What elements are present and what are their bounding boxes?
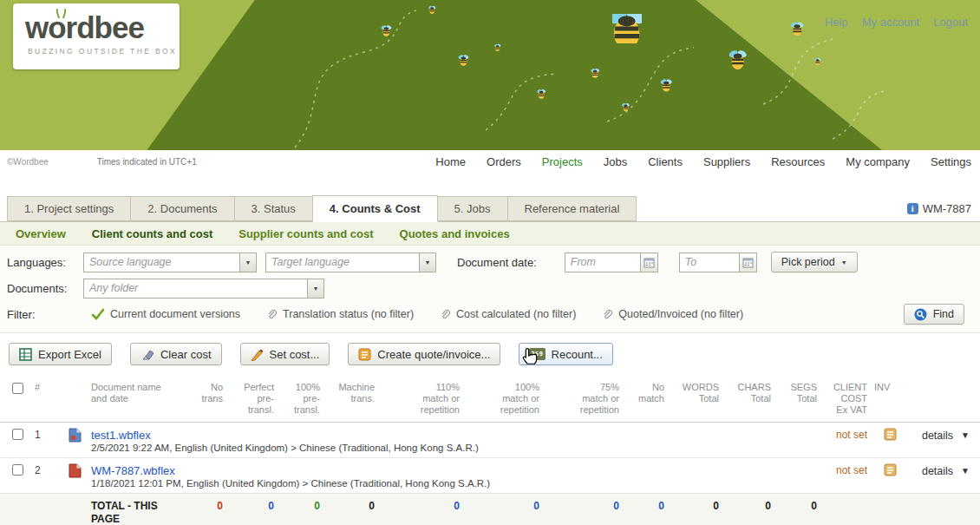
row-checkbox[interactable]: [12, 429, 23, 440]
filter-translation-status[interactable]: Translation status (no filter): [266, 308, 414, 321]
target-language-dropdown-button[interactable]: ▼: [420, 253, 436, 272]
document-link[interactable]: test1.wbflex: [91, 429, 151, 442]
date-from-input[interactable]: [565, 253, 641, 272]
my-account-link[interactable]: My account: [862, 16, 919, 29]
subtab-overview[interactable]: Overview: [16, 227, 66, 240]
set-cost-button[interactable]: Set cost...: [240, 343, 330, 365]
info-icon[interactable]: i: [907, 203, 918, 214]
total-words: 0: [670, 500, 724, 525]
recount-button[interactable]: 359 Recount...: [519, 343, 612, 365]
date-from-group: [565, 253, 658, 272]
details-button[interactable]: details: [922, 430, 953, 442]
total-75-match: 0: [545, 500, 624, 525]
nav-item-jobs[interactable]: Jobs: [604, 155, 627, 168]
filter-row-filters: Filter: Current document versions Transl…: [0, 301, 980, 327]
col-header-machine-trans: Machine trans.: [325, 382, 380, 417]
col-header-no-trans: No trans: [186, 382, 228, 417]
documents-label: Documents:: [7, 282, 83, 295]
nav-item-projects[interactable]: Projects: [542, 155, 583, 168]
paperclip-icon: [440, 308, 451, 321]
document-cell: WM-7887.wbflex 1/18/2021 12:01 PM, Engli…: [62, 458, 186, 493]
languages-label: Languages:: [7, 256, 83, 269]
project-tab-bar: 1. Project settings 2. Documents 3. Stat…: [0, 194, 980, 222]
invoice-icon[interactable]: [884, 428, 897, 441]
help-link[interactable]: Help: [825, 16, 848, 29]
filter-quoted-invoiced[interactable]: Quoted/Invoiced (no filter): [602, 308, 743, 321]
bee-icon: [621, 102, 634, 115]
total-100-match: 0: [465, 500, 545, 525]
document-icon: [69, 428, 82, 443]
paperclip-icon: [602, 308, 613, 321]
chevron-down-icon[interactable]: ▼: [961, 430, 970, 440]
clear-cost-button[interactable]: Clear cost: [130, 343, 222, 365]
paintbrush-icon: [251, 348, 264, 361]
export-excel-button[interactable]: Export Excel: [9, 343, 112, 365]
filter-current-versions[interactable]: Current document versions: [91, 308, 240, 320]
nav-item-resources[interactable]: Resources: [771, 155, 825, 168]
document-info: 1/18/2021 12:01 PM, English (United King…: [91, 478, 490, 489]
row-checkbox[interactable]: [12, 464, 23, 476]
nav-item-suppliers[interactable]: Suppliers: [703, 155, 750, 168]
chevron-down-icon[interactable]: ▼: [961, 466, 970, 476]
chevron-down-icon: ▼: [313, 285, 319, 292]
target-language-input[interactable]: [265, 253, 420, 272]
bee-icon: [789, 21, 806, 37]
button-label: Set cost...: [270, 348, 320, 361]
logo-text: wordbee: [13, 3, 180, 45]
tab-project-settings[interactable]: 1. Project settings: [7, 196, 131, 221]
tab-jobs[interactable]: 5. Jobs: [437, 196, 508, 221]
col-header-100-pretransl: 100% pre- transl.: [279, 382, 325, 417]
find-button[interactable]: Find: [904, 304, 964, 325]
subtab-client-counts[interactable]: Client counts and cost: [92, 227, 212, 240]
chip-label: Quoted/Invoiced (no filter): [618, 308, 743, 320]
create-quote-invoice-button[interactable]: Create quote/invoice...: [348, 343, 500, 365]
source-language-dropdown-button[interactable]: ▼: [240, 253, 257, 272]
filter-row-documents: Documents: ▼: [0, 275, 980, 301]
nav-item-clients[interactable]: Clients: [648, 155, 683, 168]
col-header-client-cost: CLIENT COST Ex VAT: [822, 382, 872, 417]
invoice-icon[interactable]: [884, 463, 897, 476]
bee-icon: [493, 43, 506, 56]
calendar-icon[interactable]: [740, 253, 757, 272]
nav-item-home[interactable]: Home: [435, 155, 466, 168]
date-to-input[interactable]: [679, 253, 740, 272]
date-to-group: [679, 253, 757, 272]
nav-item-settings[interactable]: Settings: [931, 155, 971, 168]
subtab-supplier-counts[interactable]: Supplier counts and cost: [238, 227, 373, 240]
tab-counts-and-cost[interactable]: 4. Counts & Cost: [312, 195, 438, 222]
calendar-icon[interactable]: [641, 253, 658, 272]
document-link[interactable]: WM-7887.wbflex: [91, 464, 175, 477]
folder-dropdown-button[interactable]: ▼: [308, 279, 324, 299]
source-language-combo: ▼: [83, 253, 257, 272]
details-button[interactable]: details: [922, 465, 953, 477]
tab-documents[interactable]: 2. Documents: [130, 196, 234, 221]
filter-cost-calculated[interactable]: Cost calculated (no filter): [440, 308, 576, 321]
nav-item-my-company[interactable]: My company: [846, 155, 910, 168]
tab-reference-material[interactable]: Reference material: [507, 196, 637, 221]
button-label: Recount...: [552, 348, 603, 361]
subtab-quotes-invoices[interactable]: Quotes and invoices: [400, 227, 510, 240]
filter-label: Filter:: [7, 308, 83, 321]
chevron-down-icon: ▼: [425, 259, 431, 266]
pick-period-button[interactable]: Pick period ▼: [771, 252, 858, 272]
invoice-icon: [358, 348, 371, 361]
select-all-checkbox[interactable]: [12, 383, 23, 394]
folder-input[interactable]: [83, 279, 308, 299]
search-icon: [914, 308, 927, 321]
document-cell: test1.wbflex 2/5/2021 9:22 AM, English (…: [62, 423, 186, 457]
tab-status[interactable]: 3. Status: [234, 196, 313, 221]
recount-icon: 359: [529, 348, 545, 360]
button-label: Clear cost: [160, 348, 212, 361]
eraser-icon: [140, 348, 154, 360]
total-machine-trans: 0: [325, 500, 380, 525]
col-header-75-match: 75% match or repetition: [545, 382, 624, 417]
details-cell: details ▼: [907, 458, 980, 493]
logout-link[interactable]: Logout: [933, 16, 968, 29]
nav-item-orders[interactable]: Orders: [487, 155, 521, 168]
total-perfect-pretransl: 0: [228, 500, 279, 525]
wordbee-logo[interactable]: wordbee BUZZING OUTSIDE THE BOX: [13, 3, 180, 69]
totals-row: TOTAL - THIS PAGE 0 0 0 0 0 0 0 0 0 0 0: [0, 494, 980, 525]
source-language-input[interactable]: [83, 253, 240, 272]
copyright-text: ©Wordbee: [7, 157, 49, 167]
col-header-document: Document name and date: [62, 382, 186, 417]
